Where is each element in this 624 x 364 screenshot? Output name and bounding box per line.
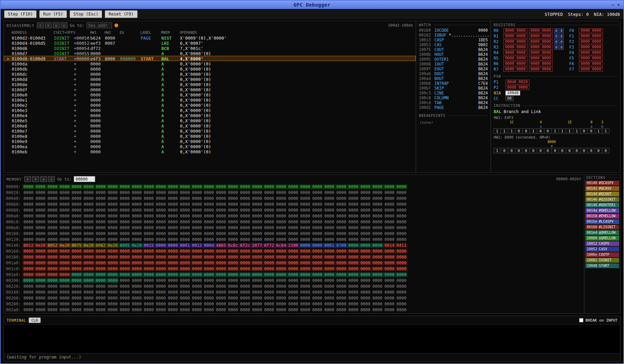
- gpr-value-low[interactable]: 0000 0000: [529, 28, 553, 33]
- watch-row[interactable]: 100a6DOUTB624: [419, 71, 488, 76]
- run-button[interactable]: Run (F5): [39, 10, 67, 18]
- stop-button[interactable]: Stop (Esc): [70, 10, 102, 18]
- follow-nia-button[interactable]: [114, 23, 118, 27]
- disasm-goto-input[interactable]: [87, 22, 112, 28]
- section-item[interactable]: 0015e#LCASPV: [585, 219, 619, 224]
- section-item[interactable]: 00142#QCASV: [585, 186, 619, 191]
- section-item[interactable]: 10082IOINIT: [585, 258, 619, 263]
- disasm-row[interactable]: 0100e1+0000A0,X'0000'(0): [4, 97, 416, 102]
- gpr-flag[interactable]: 0: [554, 28, 558, 33]
- gpr-value-low[interactable]: 0000 0000: [529, 50, 553, 55]
- watch-row[interactable]: 100b7SKIPB624: [419, 86, 488, 91]
- section-item[interactable]: 10052CASV: [585, 247, 619, 252]
- terminal-clear-button[interactable]: CLR: [29, 317, 41, 323]
- section-item[interactable]: 00158#EHELLOW: [585, 214, 619, 219]
- fpr-value[interactable]: 0000 0000: [579, 61, 603, 66]
- section-item[interactable]: 00140#QCASPV: [585, 181, 619, 185]
- gpr-flag[interactable]: 0: [554, 34, 558, 39]
- fpr-value[interactable]: 0000 0000: [579, 34, 603, 39]
- section-item[interactable]: 1006eCOUTP: [585, 252, 619, 257]
- gpr-value-high[interactable]: 0000 0000: [503, 34, 527, 39]
- psw-value-cc[interactable]: 00: [505, 96, 513, 101]
- disasm-row[interactable]: 0100e5+0000A0,X'0000'(0): [4, 118, 416, 123]
- section-item[interactable]: 00146#QIOINIT: [585, 197, 619, 202]
- gpr-value-high[interactable]: 0000 0000: [503, 28, 527, 33]
- disasm-row[interactable]: 0100eb+0000A0,X'0000'(0): [4, 149, 416, 154]
- watch-row[interactable]: 00162IOBUF*................: [419, 33, 488, 38]
- watch-row[interactable]: 100c8COLUMNB624: [419, 95, 488, 100]
- disasm-row[interactable]: 0100e4+0000A0,X'0000'(0): [4, 113, 416, 118]
- fpr-value[interactable]: 0000 0000: [579, 39, 603, 44]
- watch-row[interactable]: 00160IOCODE0000: [419, 28, 488, 33]
- watch-row[interactable]: 100b6INTRAPC7E4: [419, 81, 488, 86]
- gpr-value-low[interactable]: 0000 0000: [529, 61, 553, 66]
- fpr-value[interactable]: 0000 0000: [579, 45, 603, 50]
- disasm-row[interactable]: 0100df+0000A0,X'0000'(0): [4, 87, 416, 92]
- reset-button[interactable]: Reset (F9): [105, 10, 137, 18]
- gpr-flag[interactable]: 0: [559, 45, 564, 50]
- disasm-row[interactable]: >0100d8-0100d9START+00000e4f38000008000S…: [4, 56, 416, 61]
- gpr-value-low[interactable]: 0000 0000: [529, 67, 553, 72]
- disasm-row[interactable]: 0100e6+0000A0,X'0000'(0): [4, 123, 416, 128]
- gpr-flag[interactable]: 0: [554, 39, 558, 44]
- disasm-row[interactable]: 0100db+0000A0,X'0000'(0): [4, 66, 416, 71]
- fpr-value[interactable]: 0000 0000: [579, 56, 603, 61]
- gpr-value-low[interactable]: 0000 0000: [529, 34, 553, 39]
- disasm-row[interactable]: 0100de+0000A0,X'0000'(0): [4, 82, 416, 87]
- watch-row[interactable]: 100d2PAGEB624: [419, 105, 488, 110]
- gpr-flag[interactable]: 0: [554, 45, 558, 50]
- memory-nav-up-button[interactable]: ↑: [32, 176, 39, 182]
- disasm-row[interactable]: 0100da+0000A0,X'0000'(0): [4, 61, 416, 66]
- psw-value-p2[interactable]: 0008 0000: [505, 85, 530, 90]
- terminal-output[interactable]: [4, 324, 620, 353]
- gpr-flag[interactable]: 0: [559, 34, 564, 39]
- psw-value-nia[interactable]: 100d8: [505, 91, 520, 95]
- section-item[interactable]: 10012CASPV: [585, 241, 619, 246]
- gpr-value-low[interactable]: 0000 0000: [529, 39, 553, 44]
- fpr-value[interactable]: 0000 0000: [579, 28, 603, 33]
- memory-nav-top-button[interactable]: ⇑: [24, 176, 31, 182]
- disasm-row[interactable]: 0100dc+0000A0,X'0000'(0): [4, 71, 416, 77]
- gpr-value-low[interactable]: 0000 0000: [529, 56, 553, 61]
- watch-row[interactable]: 10013CASP1DE5: [419, 38, 488, 42]
- section-item[interactable]: 001e4@QHELLOW: [585, 230, 619, 235]
- step-button[interactable]: Step (F10): [4, 10, 37, 18]
- disasm-row[interactable]: 0100ea+0000A0,X'0000'(0): [4, 144, 416, 149]
- disasm-nav-up-button[interactable]: ↑: [45, 22, 52, 28]
- disasm-row[interactable]: 0100e9+0000A0,X'0000'(0): [4, 139, 416, 144]
- watch-row[interactable]: 1008bHOUTB624: [419, 52, 488, 57]
- gpr-flag[interactable]: 0: [559, 28, 564, 33]
- section-item[interactable]: 00160#LIOINIT: [585, 225, 619, 230]
- disasm-row[interactable]: 0100d6IOINIT+00054df72BCB7,X'001c': [4, 46, 416, 51]
- gpr-value-high[interactable]: 0000 0000: [503, 39, 527, 44]
- psw-value-p1[interactable]: 80d8 0020: [505, 80, 530, 84]
- memory-nav-down-button[interactable]: ↓: [40, 176, 47, 182]
- disasm-row[interactable]: 0100e3+0000A0,X'0000'(0): [4, 108, 416, 113]
- watch-row[interactable]: 10075COUTB624: [419, 47, 488, 52]
- section-item[interactable]: 00144#QCOUT: [585, 192, 619, 196]
- disasm-nav-top-button[interactable]: ⇑: [37, 22, 44, 28]
- memory-goto-input[interactable]: [74, 176, 95, 182]
- gpr-value-high[interactable]: 0000 0000: [503, 61, 527, 66]
- fpr-value[interactable]: 0000 0000: [579, 67, 603, 72]
- titlebar[interactable]: GPC Debugger – ×: [1, 1, 623, 9]
- gpr-value-high[interactable]: 0000 0000: [503, 45, 527, 50]
- section-item[interactable]: 00148#QOUTER1: [585, 203, 619, 208]
- section-item[interactable]: 100d8START: [585, 263, 619, 268]
- close-icon[interactable]: ×: [617, 2, 620, 7]
- disasm-row[interactable]: 0100e7+0000A0,X'0000'(0): [4, 128, 416, 133]
- disasm-nav-bottom-button[interactable]: ⇓: [61, 22, 68, 28]
- memory-nav-bottom-button[interactable]: ⇓: [48, 176, 55, 182]
- watch-row[interactable]: 100cdTABB624: [419, 100, 488, 105]
- section-item[interactable]: 10000$QHELLOW: [585, 236, 619, 241]
- watch-row[interactable]: 10095OUTER1B624: [419, 57, 488, 62]
- break-on-input-checkbox[interactable]: [579, 318, 583, 322]
- disasm-row[interactable]: 0100e2+0000A0,X'0000'(0): [4, 102, 416, 108]
- watch-row[interactable]: 100c3LINEB624: [419, 91, 488, 95]
- watch-row[interactable]: 100adBOUTB624: [419, 76, 488, 81]
- disasm-nav-down-button[interactable]: ↓: [53, 22, 60, 28]
- disasm-row[interactable]: 0100dd+0000A0,X'0000'(0): [4, 77, 416, 82]
- gpr-value-low[interactable]: 0000 0000: [529, 45, 553, 50]
- disasm-row[interactable]: 0100d4-0100d5IOINIT+00052eef30007LHI6,X'…: [4, 40, 416, 46]
- minimize-icon[interactable]: –: [612, 2, 614, 7]
